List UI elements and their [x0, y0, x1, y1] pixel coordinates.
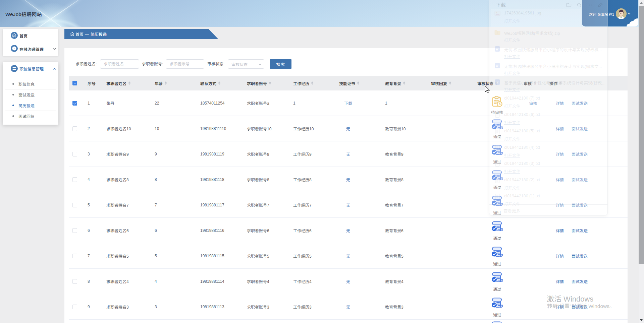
sort-asc-icon	[269, 81, 271, 83]
skill-link[interactable]: 无	[346, 151, 350, 157]
row-checkbox[interactable]	[72, 279, 77, 284]
sort-icon[interactable]	[495, 81, 497, 85]
skill-link[interactable]: 无	[346, 253, 350, 259]
cell-edu: 教育背景9	[382, 141, 428, 167]
search-button[interactable]: 搜索	[270, 59, 291, 69]
cell-audit	[520, 294, 546, 319]
sidebar-item-label: 在线沟通管理	[19, 46, 44, 52]
interview-send-link[interactable]: 面试发送	[572, 177, 588, 182]
interview-send-link[interactable]: 面试发送	[572, 100, 588, 106]
row-checkbox[interactable]	[72, 203, 77, 207]
cell-contact: 19819881116	[197, 218, 244, 243]
skill-link[interactable]: 下载	[344, 100, 352, 106]
sidebar-item-jobinfo-group[interactable]: 职位信息管理	[3, 62, 58, 75]
scroll-down-button[interactable]	[639, 317, 644, 323]
row-checkbox[interactable]	[72, 152, 77, 156]
sidebar-subitem-3[interactable]: 简历投递	[3, 100, 58, 111]
page-scrollbar[interactable]	[639, 0, 644, 323]
sort-icon[interactable]	[311, 81, 313, 85]
audit-link[interactable]: 审核	[529, 100, 537, 106]
sort-icon[interactable]	[218, 81, 220, 85]
row-checkbox[interactable]	[72, 101, 77, 106]
sidebar-subitem-2[interactable]: 面试发送	[3, 89, 58, 100]
row-checkbox[interactable]	[72, 177, 77, 182]
interview-send-link[interactable]: 面试发送	[572, 126, 588, 131]
cell-account: 求职者账号9	[244, 141, 290, 167]
sort-icon[interactable]	[534, 81, 536, 85]
detail-link[interactable]: 详情	[556, 126, 564, 131]
cell-age: 8	[151, 167, 197, 192]
search-name-input[interactable]	[100, 59, 139, 69]
cell-edu: 教育背景4	[382, 269, 428, 294]
search-status-select[interactable]: 审核状态	[228, 59, 264, 69]
skill-link[interactable]: 无	[346, 278, 350, 284]
sort-icon[interactable]	[559, 81, 561, 85]
cell-name: 求职者姓名3	[103, 294, 151, 319]
row-checkbox[interactable]	[72, 305, 77, 309]
skill-link[interactable]: 无	[346, 126, 350, 131]
scrollbar-thumb[interactable]	[639, 6, 644, 264]
sidebar-item-chat[interactable]: 在线沟通管理	[3, 42, 58, 56]
detail-link[interactable]: 详情	[556, 151, 564, 157]
sort-icon[interactable]	[403, 81, 405, 85]
sort-icon[interactable]	[449, 81, 451, 85]
sort-asc-icon	[495, 81, 497, 83]
sort-icon[interactable]	[165, 81, 167, 85]
mouse-cursor	[484, 85, 490, 94]
table-row: 5求职者姓名7719819881117求职者账号7工作经历7无教育背景7通过详情…	[69, 192, 628, 218]
sort-icon[interactable]	[269, 81, 271, 85]
interview-send-link[interactable]: 面试发送	[572, 253, 588, 259]
sidebar-subitem-4[interactable]: 面试回复	[3, 111, 58, 121]
row-checkbox[interactable]	[72, 228, 77, 233]
cell-skill: 无	[336, 141, 382, 167]
detail-link[interactable]: 详情	[556, 228, 564, 233]
skill-link[interactable]: 无	[346, 202, 350, 208]
sort-icon[interactable]	[128, 81, 130, 85]
sort-icon[interactable]	[357, 81, 359, 85]
detail-link[interactable]: 详情	[556, 100, 564, 106]
sort-asc-icon	[403, 81, 405, 83]
user-welcome-box[interactable]: 欢迎 企业名称1	[582, 0, 638, 26]
search-status-label: 审核状态:	[207, 59, 224, 69]
cell-age: 10	[151, 116, 197, 141]
sidebar-subitem-1[interactable]: 职位信息	[3, 78, 58, 89]
table-row: 2求职者姓名1010198198811110求职者账号10工作经历10无教育背景…	[69, 116, 628, 141]
scroll-up-button[interactable]	[639, 0, 644, 6]
table-row: 9求职者姓名3319819881113求职者账号3工作经历3无教育背景3通过详情…	[69, 294, 628, 320]
skill-link[interactable]: 无	[346, 177, 350, 182]
interview-send-link[interactable]: 面试发送	[572, 228, 588, 233]
cell-account: 求职者账号5	[244, 243, 290, 268]
cell-seq: 6	[84, 218, 103, 243]
row-checkbox[interactable]	[72, 126, 77, 131]
interview-send-link[interactable]: 面试发送	[572, 202, 588, 208]
row-checkbox-cell	[69, 167, 84, 192]
select-all-checkbox[interactable]	[72, 81, 77, 85]
row-checkbox[interactable]	[72, 254, 77, 258]
sidebar-item-home[interactable]: 首页	[3, 29, 58, 42]
interview-send-link[interactable]: 面试发送	[572, 151, 588, 157]
row-checkbox-cell	[69, 116, 84, 141]
cloud-decoration	[582, 0, 638, 26]
detail-link[interactable]: 详情	[556, 202, 564, 208]
cell-reply	[428, 218, 474, 243]
breadcrumb-home[interactable]: 首页	[75, 31, 84, 37]
sort-asc-icon	[311, 81, 313, 83]
detail-link[interactable]: 详情	[556, 177, 564, 182]
breadcrumb: 首页 — 简历投递	[64, 29, 218, 39]
cell-name: 求职者姓名8	[103, 167, 151, 192]
sort-asc-icon	[534, 81, 536, 83]
search-account-input[interactable]	[166, 59, 204, 69]
sort-desc-icon	[495, 83, 497, 85]
cell-audit	[520, 167, 546, 192]
breadcrumb-separator: —	[85, 32, 89, 37]
skill-link[interactable]: 无	[346, 228, 350, 233]
detail-link[interactable]: 详情	[556, 253, 564, 259]
skill-link[interactable]: 无	[346, 304, 350, 310]
interview-send-link[interactable]: 面试发送	[572, 278, 588, 284]
cell-skill: 无	[336, 167, 382, 192]
cell-contact: 19819881113	[197, 294, 244, 319]
cell-audit	[520, 218, 546, 243]
cell-filler	[597, 192, 628, 217]
detail-link[interactable]: 详情	[556, 278, 564, 284]
cell-status: 通过	[474, 218, 520, 243]
